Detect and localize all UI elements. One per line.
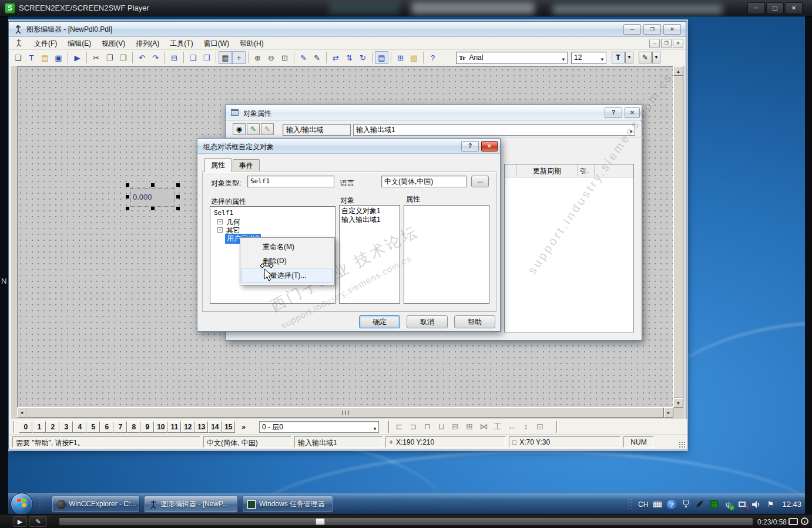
space-horizontal-icon[interactable]: ⋈ — [477, 421, 491, 433]
tray-grip[interactable] — [628, 498, 633, 511]
zoom-window-icon[interactable]: ⊡ — [278, 51, 291, 64]
tab-events[interactable]: 事件 — [233, 159, 260, 171]
info-icon[interactable]: i — [801, 517, 808, 525]
pen-drive-swoosh-icon[interactable] — [695, 500, 704, 509]
menu-item-3[interactable]: 排列(A) — [130, 37, 165, 51]
tab-properties[interactable]: 属性 — [204, 158, 231, 172]
layer-button-14[interactable]: 14 — [208, 421, 222, 433]
network-status-icon[interactable]: ✕ — [737, 500, 747, 509]
layer-button-7[interactable]: 7 — [113, 421, 127, 433]
editor-close-button[interactable]: ✕ — [663, 24, 681, 35]
layer-button-2[interactable]: 2 — [46, 421, 59, 433]
bring-to-front-icon[interactable]: ❑ — [186, 51, 200, 64]
help-button[interactable]: ? — [605, 107, 622, 118]
resize-handle[interactable] — [126, 207, 129, 210]
chevron-down-icon[interactable]: ▼ — [600, 54, 605, 65]
chevron-down-icon[interactable]: ▼ — [629, 126, 633, 137]
context-menu-tag-selection[interactable]: 变量选择(T)... — [241, 268, 333, 283]
runtime-play-icon[interactable]: ▶ — [71, 51, 84, 64]
resize-handle[interactable] — [151, 183, 155, 187]
vertical-scrollbar[interactable]: ▲ ▼ — [673, 66, 683, 408]
resize-handle[interactable] — [151, 207, 155, 210]
resize-handle[interactable] — [176, 195, 180, 199]
taskbar-clock[interactable]: 12:43 — [782, 500, 801, 509]
rotate-icon[interactable]: ↻ — [356, 51, 370, 64]
playback-progress-thumb[interactable] — [316, 518, 325, 525]
font-family-combo[interactable]: TrArial ▼ — [456, 52, 568, 64]
more-layers-button[interactable]: » — [237, 422, 250, 433]
object-list-item-1[interactable]: 输入输出域1 — [340, 216, 400, 224]
annotate-pen-button[interactable]: ✎ — [29, 516, 47, 527]
selected-object-box[interactable]: 0.000 — [126, 183, 180, 210]
objects-list[interactable]: 自定义对象1输入输出域1 — [339, 205, 400, 304]
context-menu-rename[interactable]: 重命名(M) — [241, 240, 333, 254]
editor-restore-button[interactable]: ❐ — [643, 24, 661, 35]
layer-button-4[interactable]: 4 — [73, 421, 86, 433]
copy-icon[interactable]: ❐ — [103, 51, 116, 64]
mdi-restore-button[interactable]: ❐ — [661, 39, 672, 48]
chevron-down-icon[interactable]: ▼ — [373, 423, 377, 435]
redo-icon[interactable]: ↷ — [149, 51, 162, 64]
same-size-icon[interactable]: ⊡ — [533, 421, 547, 433]
editor-minimize-button[interactable]: ─ — [623, 24, 641, 35]
resize-handle[interactable] — [176, 183, 180, 187]
taskbar-button-winccexplorer[interactable]: WinCCExplorer - C:... — [52, 496, 140, 513]
direct-help-icon[interactable]: ? — [426, 51, 439, 64]
font-size-combo[interactable]: 12 ▼ — [571, 52, 606, 64]
menu-item-2[interactable]: 视图(V) — [96, 37, 130, 51]
layer-button-5[interactable]: 5 — [86, 421, 100, 433]
zoom-out-icon[interactable]: ⊖ — [264, 51, 278, 64]
layer-button-3[interactable]: 3 — [59, 421, 73, 433]
layer-button-0[interactable]: 0 — [19, 421, 32, 433]
layer-button-9[interactable]: 9 — [140, 421, 154, 433]
chip-tray-icon[interactable] — [709, 500, 719, 509]
mdi-close-button[interactable]: ✕ — [673, 39, 683, 48]
attributes-list[interactable] — [404, 205, 489, 304]
library-icon[interactable]: ⊞ — [394, 51, 407, 64]
scroll-left-icon[interactable]: ◄ — [17, 408, 26, 418]
menu-item-6[interactable]: 帮助(H) — [234, 37, 269, 51]
properties-icon[interactable]: ▤ — [375, 51, 388, 64]
menu-item-4[interactable]: 工具(T) — [165, 37, 198, 51]
align-left-icon[interactable]: ⊏ — [392, 421, 406, 433]
show-hidden-icons[interactable]: ▼ — [681, 500, 690, 509]
help-button[interactable]: ? — [461, 141, 479, 152]
align-right-icon[interactable]: ⊐ — [406, 421, 420, 433]
object-type-value-field[interactable]: Self1 — [247, 176, 334, 187]
pin-icon[interactable]: ◉ — [233, 123, 246, 135]
help-tray-icon[interactable]: ? — [667, 500, 676, 509]
close-button[interactable]: ✕ — [625, 107, 640, 118]
keyboard-icon[interactable] — [653, 500, 662, 509]
menu-item-5[interactable]: 窗口(W) — [199, 37, 234, 51]
open-icon[interactable]: ▤ — [38, 51, 52, 64]
taskbar-button-graphics-designer[interactable]: 图形编辑器 - [NewP... — [144, 496, 238, 513]
context-menu-delete[interactable]: 删除(D) — [241, 254, 333, 268]
tree-node-root[interactable]: Self1 — [214, 209, 233, 217]
attributes-table[interactable]: 更新周期 引. — [504, 164, 634, 332]
fullscreen-icon[interactable] — [788, 518, 798, 525]
player-minimize-button[interactable]: ─ — [747, 2, 765, 14]
layer-button-6[interactable]: 6 — [100, 421, 113, 433]
layer-combo[interactable]: 0 - 层0 ▼ — [259, 421, 379, 433]
play-button[interactable]: ▶ — [13, 516, 27, 527]
start-button[interactable] — [11, 493, 33, 514]
new-icon[interactable]: ❏ — [11, 51, 25, 64]
mirror-vertical-icon[interactable]: ⇄ — [329, 51, 343, 64]
scroll-right-icon[interactable]: ► — [664, 408, 673, 418]
zoom-in-icon[interactable]: ⊕ — [251, 51, 264, 64]
same-width-icon[interactable]: ↔ — [505, 421, 519, 433]
mdi-minimize-button[interactable]: ─ — [649, 39, 660, 48]
cut-icon[interactable]: ✂ — [89, 51, 103, 64]
browse-button[interactable]: ... — [471, 176, 489, 187]
player-maximize-button[interactable]: ▢ — [766, 2, 784, 14]
expand-icon[interactable]: + — [217, 227, 223, 233]
align-bottom-icon[interactable]: ⊔ — [434, 421, 448, 433]
grid-toggle-icon[interactable]: ▦ — [219, 51, 232, 64]
input-language-indicator[interactable]: CH — [638, 500, 648, 509]
center-horizontal-icon[interactable]: ⊟ — [448, 421, 462, 433]
resize-grip[interactable] — [679, 441, 686, 448]
text-field-icon[interactable]: T — [25, 51, 38, 64]
mirror-horizontal-icon[interactable]: ⇅ — [343, 51, 356, 64]
close-button[interactable]: ✕ — [481, 141, 498, 152]
font-color-dropdown[interactable]: ▼ — [625, 52, 633, 63]
